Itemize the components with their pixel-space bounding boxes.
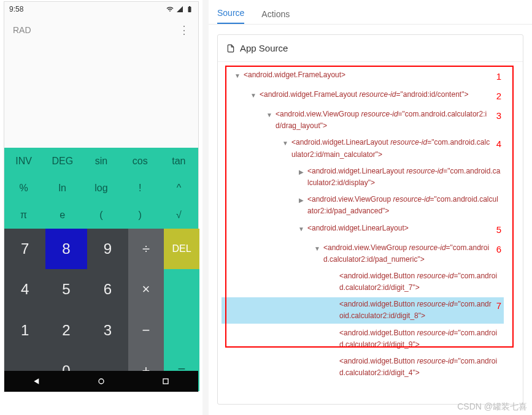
annotation-number: 4 [496,137,501,151]
adv-btn-)[interactable]: ) [121,202,160,229]
adv-btn-√[interactable]: √ [160,202,198,229]
tree-node[interactable]: ▼<android.widget.FrameLayout resource-id… [222,88,504,105]
adv-btn-log[interactable]: log [82,175,120,202]
collapse-icon[interactable]: ▼ [250,91,257,101]
status-clock: 9:58 [9,5,23,13]
annotation-number: 1 [496,69,501,84]
digit-3[interactable]: 3 [87,310,128,351]
tree-node[interactable]: <android.widget.Button resource-id="com.… [222,326,504,352]
adv-btn-cos[interactable]: cos [121,148,160,175]
adv-btn-([interactable]: ( [82,202,120,229]
phone-preview-pane: 9:58 RAD ⋮ INVDEGsincostan%lnlog!^πe()√ … [0,0,202,415]
collapse-icon[interactable]: ▼ [282,139,289,148]
adv-btn-%[interactable]: % [4,175,43,202]
source-panel: App Source ▼<android.widget.FrameLayout>… [217,34,523,405]
signal-icon [176,6,183,13]
collapse-icon[interactable]: ▼ [314,244,321,254]
digit-1[interactable]: 1 [4,310,45,351]
adv-btn-e[interactable]: e [43,202,82,229]
watermark: CSDN @罐装七喜 [457,402,527,413]
annotation-number: 6 [496,242,501,257]
collapse-icon[interactable]: ▼ [298,224,305,234]
tree-node[interactable]: <android.widget.Button resource-id="com.… [222,354,504,380]
digit-8[interactable]: 8 [45,229,87,269]
digit-4[interactable]: 4 [4,269,45,310]
phone-frame: 9:58 RAD ⋮ INVDEGsincostan%lnlog!^πe()√ … [4,1,199,392]
digit-5[interactable]: 5 [45,269,87,310]
tree-node[interactable]: ▼<android.widget.LinearLayout resource-i… [222,135,504,161]
panel-header: App Source [218,35,523,62]
annotation-number: 7 [496,299,501,313]
op-÷[interactable]: ÷ [128,229,164,269]
adv-btn-^[interactable]: ^ [160,175,198,202]
tree-node[interactable]: ▶<android.widget.LinearLayout resource-i… [222,164,504,190]
tree-node[interactable]: ▶<android.view.ViewGroup resource-id="co… [222,192,504,218]
inspector-pane: Source Actions App Source ▼<android.widg… [209,0,532,415]
recents-icon[interactable] [161,376,171,386]
adv-btn-INV[interactable]: INV [4,148,43,175]
tree-node[interactable]: ▼<android.view.ViewGroup resource-id="co… [222,107,504,133]
tree-node[interactable]: <android.widget.Button resource-id="com.… [222,297,504,323]
source-tree[interactable]: ▼<android.widget.FrameLayout>1▼<android.… [218,62,523,389]
overflow-menu-icon[interactable]: ⋮ [179,23,190,37]
expand-icon[interactable]: ▶ [298,167,305,177]
wifi-icon [166,6,174,13]
svg-point-0 [99,379,104,384]
expand-icon[interactable]: ▶ [298,196,305,205]
adv-btn-ln[interactable]: ln [43,175,82,202]
pad-lower: 789456123.0 ÷×−+ DEL = [4,229,198,391]
tab-bar: Source Actions [209,0,532,25]
collapse-icon[interactable]: ▼ [234,71,241,81]
pad-right: DEL = [164,229,199,391]
tab-source[interactable]: Source [217,8,244,24]
adv-btn-sin[interactable]: sin [82,148,120,175]
digit-6[interactable]: 6 [87,269,128,310]
pad-numeric: 789456123.0 [4,229,128,391]
collapse-icon[interactable]: ▼ [266,110,273,120]
tab-actions[interactable]: Actions [261,9,290,24]
adv-btn-DEG[interactable]: DEG [43,148,82,175]
back-icon[interactable] [32,376,42,386]
adv-btn-tan[interactable]: tan [160,148,198,175]
op-×[interactable]: × [128,269,164,310]
status-bar: 9:58 [4,2,198,17]
android-nav-bar [4,371,198,392]
delete-button[interactable]: DEL [164,229,199,269]
tree-node[interactable]: ▼<android.widget.LinearLayout>5 [222,221,504,238]
adv-btn-![interactable]: ! [121,175,160,202]
mode-label: RAD [13,25,31,35]
blank-cell [164,310,199,351]
blank-cell [164,269,199,310]
tree-node[interactable]: ▼<android.view.ViewGroup resource-id="co… [222,241,504,267]
digit-9[interactable]: 9 [87,229,128,269]
adv-btn-π[interactable]: π [4,202,43,229]
op-−[interactable]: − [128,310,164,351]
home-icon[interactable] [96,376,106,386]
app-bar: RAD ⋮ [4,17,198,44]
digit-2[interactable]: 2 [45,310,87,351]
svg-rect-1 [163,379,168,384]
document-icon [226,44,235,53]
annotation-number: 2 [496,89,501,104]
calculator-display [4,44,198,148]
panel-title: App Source [240,43,288,53]
annotation-number: 3 [496,109,501,123]
battery-icon [186,6,193,13]
digit-7[interactable]: 7 [4,229,45,269]
tree-node[interactable]: ▼<android.widget.FrameLayout>1 [222,68,504,85]
status-icons [166,6,193,13]
pad-operators: ÷×−+ [128,229,164,391]
annotation-number: 5 [496,223,501,237]
tree-node[interactable]: <android.widget.Button resource-id="com.… [222,269,504,295]
pad-advanced: INVDEGsincostan%lnlog!^πe()√ [4,148,198,229]
